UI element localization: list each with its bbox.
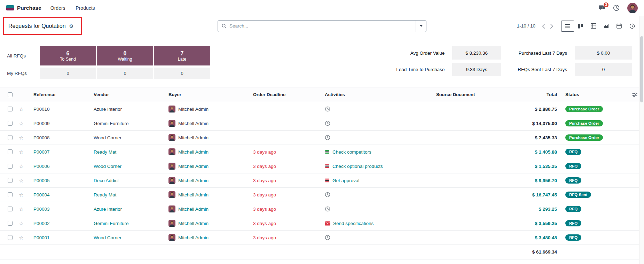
row-checkbox[interactable] [8, 178, 13, 183]
favorite-star-icon[interactable]: ☆ [19, 135, 23, 140]
table-row[interactable]: ☆ P00007 Ready Mat Mitchell Admin 3 days… [0, 145, 644, 159]
table-row[interactable]: ☆ P00002 Gemini Furniture Mitchell Admin… [0, 216, 644, 231]
favorite-star-icon[interactable]: ☆ [19, 164, 23, 169]
messages-icon[interactable]: 3 [598, 5, 605, 11]
search-bar[interactable] [218, 20, 426, 32]
row-checkbox[interactable] [8, 207, 13, 211]
activity-icon[interactable] [325, 106, 330, 112]
header-reference[interactable]: Reference [27, 92, 87, 97]
status-badge: RFQ [565, 206, 581, 212]
rfqs-sent-last-7-days-value: 0 [575, 63, 632, 76]
buyer-name: Mitchell Admin [178, 207, 209, 212]
header-source-document[interactable]: Source Document [430, 92, 491, 97]
status-badge: Purchase Order [565, 120, 603, 126]
activity-icon[interactable] [325, 206, 330, 212]
user-avatar[interactable] [627, 3, 638, 13]
search-input[interactable] [229, 23, 416, 29]
activity-label[interactable]: Check optional products [332, 164, 383, 169]
all-rfqs-label: All RFQs [7, 46, 40, 65]
table-row[interactable]: ☆ P00004 Ready Mat Mitchell Admin 3 days… [0, 188, 644, 202]
activities-cell [319, 135, 430, 140]
order-deadline-cell: 3 days ago [247, 207, 319, 212]
header-total[interactable]: Total [491, 92, 557, 97]
favorite-star-icon[interactable]: ☆ [19, 107, 23, 112]
activity-icon[interactable] [325, 135, 330, 140]
activity-icon[interactable] [325, 221, 330, 226]
scrollbar-thumb[interactable] [640, 36, 643, 102]
select-all-checkbox[interactable] [8, 92, 13, 97]
search-dropdown-toggle[interactable] [416, 21, 426, 32]
calendar-view-icon [616, 23, 622, 29]
rfq-late-card[interactable]: 7 Late [154, 46, 210, 65]
activities-clock-icon[interactable] [613, 5, 620, 11]
calendar-view-button[interactable] [613, 21, 626, 32]
rfq-to-send-card[interactable]: 6 To Send [40, 46, 96, 65]
total-cell: $ 1,405.88 [491, 149, 557, 155]
favorite-star-icon[interactable]: ☆ [19, 221, 23, 226]
table-row[interactable]: ☆ P00001 Wood Corner Mitchell Admin 3 da… [0, 231, 644, 245]
activities-cell [319, 106, 430, 112]
optional-columns-icon[interactable] [632, 92, 638, 98]
row-checkbox[interactable] [8, 221, 13, 226]
reference-cell: P00006 [27, 164, 87, 169]
buyer-name: Mitchell Admin [178, 121, 209, 126]
row-checkbox[interactable] [8, 164, 13, 169]
activity-label[interactable]: Get approval [332, 178, 359, 183]
app-name[interactable]: Purchase [17, 5, 41, 11]
favorite-star-icon[interactable]: ☆ [19, 192, 23, 197]
row-checkbox[interactable] [8, 149, 13, 154]
header-order-deadline[interactable]: Order Deadline [247, 92, 319, 97]
rfqs-sent-last-7-days-label: RFQs Sent Last 7 Days [518, 67, 567, 72]
table-row[interactable]: ☆ P00008 Wood Corner Mitchell Admin $ 7,… [0, 131, 644, 145]
activity-icon[interactable] [325, 164, 330, 169]
buyer-avatar [168, 134, 175, 141]
table-row[interactable]: ☆ P00009 Gemini Furniture Mitchell Admin… [0, 116, 644, 131]
buyer-name: Mitchell Admin [178, 135, 209, 140]
row-checkbox[interactable] [8, 235, 13, 240]
header-vendor[interactable]: Vendor [87, 92, 162, 97]
purchase-app-icon[interactable] [6, 5, 14, 10]
row-checkbox[interactable] [8, 107, 13, 111]
favorite-star-icon[interactable]: ☆ [19, 149, 23, 155]
favorite-star-icon[interactable]: ☆ [19, 207, 23, 212]
graph-view-button[interactable] [600, 21, 613, 32]
activity-icon[interactable] [325, 149, 330, 154]
pager-previous-button[interactable] [540, 22, 548, 30]
pivot-view-button[interactable] [587, 21, 600, 32]
activity-view-button[interactable] [626, 21, 638, 32]
rfq-list-view: Reference Vendor Buyer Order Deadline Ac… [0, 87, 644, 259]
list-view-button[interactable] [561, 21, 574, 32]
header-buyer[interactable]: Buyer [162, 92, 247, 97]
activity-icon[interactable] [325, 235, 330, 240]
vertical-scrollbar[interactable] [639, 16, 644, 264]
rfq-waiting-card[interactable]: 0 Waiting [97, 46, 153, 65]
favorite-star-icon[interactable]: ☆ [19, 235, 23, 240]
my-late-card[interactable]: 0 [154, 68, 210, 79]
header-status[interactable]: Status [557, 92, 618, 97]
table-row[interactable]: ☆ P00003 Azure Interior Mitchell Admin 3… [0, 202, 644, 216]
pager-next-button[interactable] [548, 22, 556, 30]
waiting-label: Waiting [118, 57, 132, 62]
gear-icon[interactable]: ⚙ [69, 23, 74, 29]
activity-icon[interactable] [325, 178, 330, 183]
kanban-view-icon [578, 24, 583, 29]
row-checkbox[interactable] [8, 135, 13, 140]
favorite-star-icon[interactable]: ☆ [19, 121, 23, 126]
my-waiting-card[interactable]: 0 [97, 68, 153, 79]
row-checkbox[interactable] [8, 192, 13, 197]
activity-label[interactable]: Check competitors [332, 149, 371, 155]
row-checkbox[interactable] [8, 121, 13, 126]
activity-icon[interactable] [325, 192, 330, 197]
table-row[interactable]: ☆ P00006 Wood Corner Mitchell Admin 3 da… [0, 159, 644, 173]
favorite-star-icon[interactable]: ☆ [19, 178, 23, 183]
activity-label[interactable]: Send specifications [333, 221, 374, 226]
activity-icon[interactable] [325, 121, 330, 126]
menu-orders[interactable]: Orders [50, 5, 65, 11]
header-activities[interactable]: Activities [319, 92, 430, 97]
menu-products[interactable]: Products [76, 5, 95, 11]
red-annotation-box: Requests for Quotation ⚙ [3, 17, 82, 35]
table-row[interactable]: ☆ P00010 Azure Interior Mitchell Admin $… [0, 102, 644, 116]
table-row[interactable]: ☆ P00005 Deco Addict Mitchell Admin 3 da… [0, 173, 644, 188]
kanban-view-button[interactable] [574, 21, 587, 32]
my-to-send-card[interactable]: 0 [40, 68, 96, 79]
